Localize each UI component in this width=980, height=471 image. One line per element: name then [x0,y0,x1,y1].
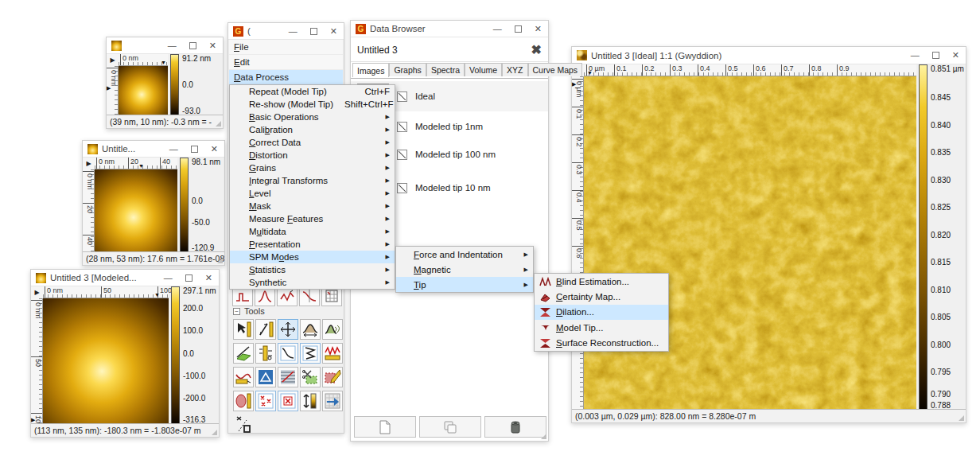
afm-tip-image[interactable] [119,66,168,115]
afm-tip-image[interactable] [95,169,177,252]
menu-item-measure-features[interactable]: Measure Features▶ [230,212,395,225]
curve-graph-tool-icon[interactable] [278,343,298,364]
zero-fix-tool-icon[interactable] [233,415,254,435]
polyline-tool-icon[interactable] [300,343,321,364]
tab-xyz[interactable]: XYZ [502,63,527,76]
read-value-tool-icon[interactable] [233,319,254,340]
resize-grip[interactable] [212,430,217,435]
menu-item-dilation[interactable]: Dilation... [535,305,668,320]
close-icon[interactable]: ✕ [952,51,959,60]
menu-item-force-indentation[interactable]: Force and Indentation▶ [396,247,533,262]
minimize-icon[interactable]: — [493,25,502,33]
tab-curve-maps[interactable]: Curve Maps [528,63,583,76]
false-color-scale-bar[interactable] [919,64,928,410]
menu-item-integral-transforms[interactable]: Integral Transforms▶ [230,174,395,187]
minimize-icon[interactable]: — [164,274,173,282]
menu-data-process[interactable]: Data Process [229,70,343,85]
grain-distance-tool-icon[interactable] [300,319,321,340]
menu-item-certainty-map[interactable]: Certainty Map... [535,289,668,304]
statistics-tool-icon[interactable] [255,343,276,364]
close-file-icon[interactable]: ✖ [531,42,542,57]
maximize-icon[interactable] [515,25,522,33]
minimize-icon[interactable]: — [168,41,177,50]
minimize-icon[interactable]: — [911,51,920,60]
tools-section-header[interactable]: − Tools [233,306,265,316]
tab-graphs[interactable]: Graphs [389,63,426,76]
menu-item-reshow[interactable]: Re-show (Model Tip)Shift+Ctrl+F [230,98,395,111]
tip-small-titlebar[interactable]: — ✕ [107,37,223,54]
menu-file[interactable]: File [229,40,343,55]
minimize-icon[interactable]: — [169,145,178,154]
roughness-tool-icon[interactable] [322,319,343,340]
new-file-button[interactable] [354,416,416,438]
tab-images[interactable]: Images [352,63,389,77]
afm-tip-image[interactable] [43,298,169,424]
resize-grip[interactable] [959,415,964,421]
three-point-level-tool-icon[interactable] [233,343,254,364]
tip-medium-titlebar[interactable]: Untitle... — ✕ [83,141,224,158]
close-icon[interactable]: ✕ [211,145,218,154]
menu-item-basic-operations[interactable]: Basic Operations▶ [230,111,395,123]
mask-triangle-tool-icon[interactable] [255,367,276,387]
menu-item-level[interactable]: Level▶ [230,187,395,200]
tip-large-titlebar[interactable]: Untitled 3 [Modeled... — ✕ [31,270,219,286]
menu-item-magnetic[interactable]: Magnetic▶ [396,262,533,277]
remove-grain-tool-icon[interactable] [278,391,298,411]
visibility-checkbox[interactable] [397,122,407,132]
close-icon[interactable]: ✕ [535,25,542,33]
distance-tool-icon[interactable] [255,319,276,340]
toolbox-titlebar[interactable]: G ( — ✕ [228,23,344,40]
menu-item-calibration[interactable]: Calibration▶ [230,123,395,136]
false-color-scale-bar[interactable] [170,54,179,115]
menu-edit[interactable]: Edit [229,55,343,70]
tab-volume[interactable]: Volume [465,63,502,76]
menu-item-model-tip[interactable]: Model Tip... [535,320,668,335]
menu-item-tip[interactable]: Tip▶ [396,277,533,292]
menu-item-synthetic[interactable]: Synthetic▶ [230,276,395,289]
visibility-checkbox[interactable] [397,150,407,160]
resize-grip[interactable] [217,258,223,263]
resize-grip[interactable] [216,121,221,127]
remove-spots-tool-icon[interactable] [255,391,276,411]
visibility-checkbox[interactable] [397,91,407,102]
menu-item-blind-estimation[interactable]: Blind Estimation... [535,274,668,289]
minimize-icon[interactable]: — [289,27,298,36]
close-icon[interactable]: ✕ [205,274,212,282]
spectro-tool-icon[interactable] [322,343,343,364]
menu-item-presentation[interactable]: Presentation▶ [230,238,395,251]
ruler-corner-button[interactable]: ▶ [31,286,43,298]
color-range-tool-icon[interactable] [300,391,321,411]
menu-item-repeat[interactable]: Repeat (Model Tip)Ctrl+F [230,85,395,98]
visibility-checkbox[interactable] [397,183,407,193]
line-correct-tool-icon[interactable] [278,367,298,387]
maximize-icon[interactable] [185,274,192,282]
tab-spectra[interactable]: Spectra [426,63,465,76]
maximize-icon[interactable] [189,42,196,49]
delete-button[interactable] [484,416,546,438]
path-level-tool-icon[interactable] [233,367,254,387]
grain-measure-tool-icon[interactable] [233,391,254,411]
maximize-icon[interactable] [932,52,939,59]
menu-item-multidata[interactable]: Multidata▶ [230,225,395,238]
maximize-icon[interactable] [310,28,317,35]
resize-grip[interactable] [541,434,546,439]
data-browser-titlebar[interactable]: G Data Browser — ✕ [351,21,548,37]
ruler-corner-button[interactable]: ▶ [107,54,119,66]
menu-item-spm-modes[interactable]: SPM Modes▶ [230,251,395,263]
maximize-icon[interactable] [191,146,198,153]
profile-tool-icon[interactable] [278,319,298,340]
menu-item-statistics[interactable]: Statistics▶ [230,263,395,276]
main-image-titlebar[interactable]: Untitled 3 [Ideal] 1:1 (Gwyddion) — ✕ [572,47,966,64]
false-color-scale-bar[interactable] [171,286,180,424]
ruler-corner-button[interactable]: ▶ [83,158,95,169]
close-icon[interactable]: ✕ [209,41,216,50]
menu-item-distortion[interactable]: Distortion▶ [230,149,395,162]
mask-transfer-tool-icon[interactable] [322,391,343,411]
false-color-scale-bar[interactable] [180,158,189,252]
collapse-icon[interactable]: − [233,308,240,315]
afm-topography-image[interactable] [584,76,916,409]
menu-item-grains[interactable]: Grains▶ [230,162,395,174]
duplicate-button[interactable] [419,416,481,438]
crop-tool-icon[interactable] [300,367,321,387]
close-icon[interactable]: ✕ [330,27,337,36]
